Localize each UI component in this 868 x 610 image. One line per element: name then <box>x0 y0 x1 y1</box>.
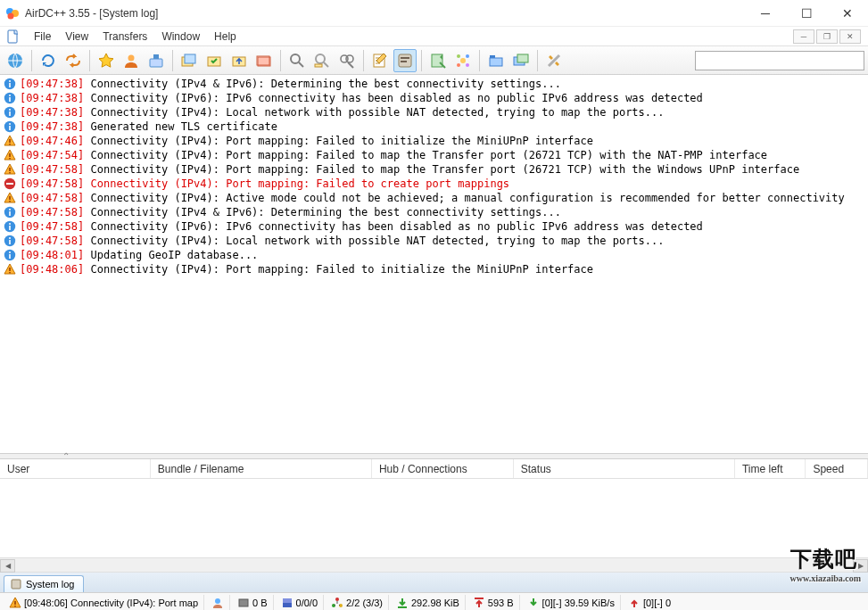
warn-icon <box>4 163 16 176</box>
svg-point-57 <box>9 209 11 210</box>
status-up-speed: [0][-] 0 <box>643 598 671 608</box>
open-own-filelist-button[interactable] <box>509 49 533 72</box>
status-hubs: 2/2 (3/3) <box>346 598 383 608</box>
log-message: Generated new TLS certificate <box>90 120 277 133</box>
log-message: Connectivity (IPv4): Port mapping: Faile… <box>90 135 593 147</box>
svg-point-24 <box>460 58 466 63</box>
svg-rect-21 <box>401 57 409 59</box>
download-speed-icon <box>527 597 540 609</box>
window-title: AirDC++ 3.55 - [System log] <box>25 7 745 20</box>
menu-help[interactable]: Help <box>207 29 244 45</box>
svg-rect-9 <box>185 54 195 63</box>
titlebar: AirDC++ 3.55 - [System log] ─ ☐ ✕ <box>0 0 868 27</box>
transfers-body[interactable] <box>0 479 868 557</box>
open-downloads-button[interactable] <box>484 49 508 72</box>
log-timestamp: [09:47:46] <box>20 135 84 147</box>
log-line: [09:47:58] Connectivity (IPv4): Active m… <box>0 191 868 205</box>
menu-file[interactable]: File <box>27 29 58 45</box>
extensions-button[interactable] <box>451 49 475 72</box>
download-total-icon <box>396 597 409 609</box>
svg-point-14 <box>291 54 300 63</box>
reconnect-button[interactable] <box>62 49 85 72</box>
warn-icon <box>4 149 16 161</box>
info-icon <box>4 106 16 119</box>
column-status[interactable]: Status <box>514 459 735 478</box>
adl-search-button[interactable] <box>310 49 334 72</box>
slots-icon <box>281 597 293 609</box>
status-up-total: 593 B <box>488 598 514 608</box>
finished-downloads-button[interactable] <box>203 49 226 72</box>
menu-transfers[interactable]: Transfers <box>95 29 154 45</box>
log-message: Connectivity (IPv6): IPv6 connectivity h… <box>90 220 702 233</box>
warn-icon <box>4 192 16 204</box>
search-button[interactable] <box>285 49 309 72</box>
search-spy-button[interactable] <box>335 49 359 72</box>
svg-rect-68 <box>9 272 10 273</box>
svg-rect-75 <box>283 598 292 603</box>
public-hubs-button[interactable] <box>4 49 27 72</box>
transfers-pane: UserBundle / FilenameHub / ConnectionsSt… <box>0 459 868 557</box>
refresh-button[interactable] <box>37 49 60 72</box>
svg-rect-53 <box>9 196 10 200</box>
log-timestamp: [09:47:58] <box>20 192 84 204</box>
settings-button[interactable] <box>542 49 566 72</box>
scroll-left-button[interactable]: ◀ <box>0 559 15 573</box>
finished-uploads-button[interactable] <box>252 49 276 72</box>
status-slots: 0/0/0 <box>296 598 318 608</box>
upload-speed-icon <box>628 597 641 609</box>
log-timestamp: [09:47:58] <box>20 206 84 218</box>
menu-view[interactable]: View <box>58 29 95 45</box>
toolbar-search-input[interactable] <box>695 51 864 70</box>
upload-total-icon <box>473 597 485 609</box>
svg-rect-43 <box>9 126 11 130</box>
svg-point-2 <box>8 12 14 19</box>
splitter-handle[interactable] <box>0 454 868 459</box>
svg-point-38 <box>9 95 11 96</box>
svg-rect-29 <box>490 58 502 66</box>
transfers-header: UserBundle / FilenameHub / ConnectionsSt… <box>0 459 868 479</box>
svg-rect-16 <box>315 64 322 67</box>
column-bundle-filename[interactable]: Bundle / Filename <box>151 459 372 478</box>
log-line: [09:48:01] Updating GeoIP database... <box>0 248 868 262</box>
favorites-button[interactable] <box>95 49 118 72</box>
svg-rect-52 <box>6 183 13 185</box>
tab-system-log[interactable]: System log <box>4 575 84 592</box>
notepad-button[interactable] <box>368 49 392 72</box>
users-button[interactable] <box>120 49 143 72</box>
system-log-pane[interactable]: [09:47:38] Connectivity (IPv4 & IPv6): D… <box>0 75 868 454</box>
svg-rect-54 <box>9 201 10 202</box>
column-time-left[interactable]: Time left <box>735 459 806 478</box>
svg-point-26 <box>466 54 469 58</box>
svg-rect-56 <box>9 211 11 216</box>
horizontal-scrollbar[interactable]: ◀ ▶ <box>0 557 868 573</box>
recent-hubs-button[interactable] <box>145 49 168 72</box>
mdi-minimize-button[interactable]: ─ <box>793 29 814 44</box>
system-log-button[interactable] <box>393 49 417 72</box>
queue-button[interactable] <box>178 49 201 72</box>
close-button[interactable]: ✕ <box>827 0 868 27</box>
log-timestamp: [09:47:58] <box>20 177 84 190</box>
column-user[interactable]: User <box>0 459 151 478</box>
mdi-restore-button[interactable]: ❐ <box>816 29 838 44</box>
minimize-button[interactable]: ─ <box>745 0 786 27</box>
status-share: 0 B <box>252 598 268 608</box>
column-speed[interactable]: Speed <box>806 459 868 478</box>
log-timestamp: [09:47:58] <box>20 163 84 176</box>
column-hub-connections[interactable]: Hub / Connections <box>372 459 514 478</box>
info-icon <box>4 249 16 261</box>
toolbar <box>0 46 868 75</box>
log-timestamp: [09:47:38] <box>20 120 84 133</box>
info-icon <box>4 92 16 104</box>
svg-rect-79 <box>398 606 407 608</box>
upload-queue-button[interactable] <box>227 49 251 72</box>
open-filelist-button[interactable] <box>426 49 450 72</box>
menu-window[interactable]: Window <box>154 29 207 45</box>
log-message: Connectivity (IPv6): IPv6 connectivity h… <box>90 92 702 104</box>
scroll-right-button[interactable]: ▶ <box>853 559 868 573</box>
maximize-button[interactable]: ☐ <box>786 0 827 27</box>
log-line: [09:47:38] Connectivity (IPv4): Local ne… <box>0 105 868 120</box>
svg-rect-47 <box>9 153 10 157</box>
svg-rect-22 <box>401 61 407 62</box>
log-line: [09:47:58] Connectivity (IPv6): IPv6 con… <box>0 219 868 234</box>
mdi-close-button[interactable]: ✕ <box>839 29 861 44</box>
